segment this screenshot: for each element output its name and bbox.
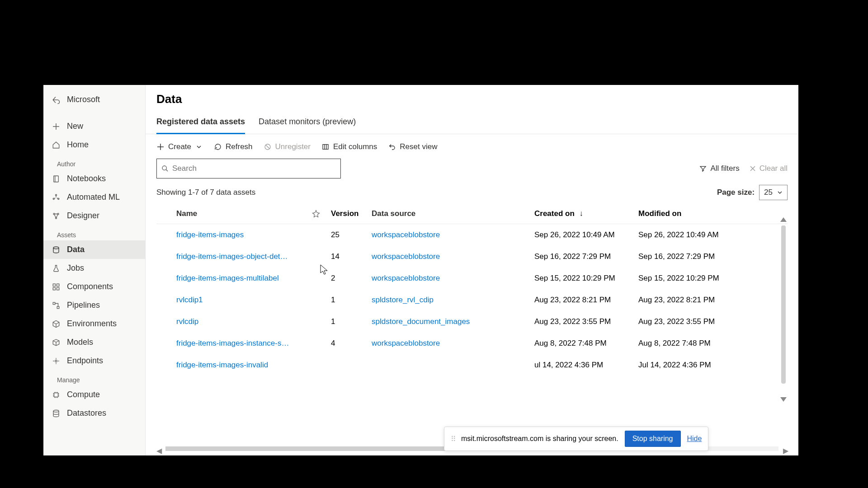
svg-point-16 — [53, 410, 59, 412]
row-name-link[interactable]: rvlcdip — [176, 317, 312, 326]
clear-all-button[interactable]: Clear all — [750, 164, 788, 173]
sidebar-compute[interactable]: Compute — [43, 385, 145, 404]
plus-icon — [156, 143, 165, 151]
column-modified[interactable]: Modified on — [638, 209, 742, 218]
column-name[interactable]: Name — [176, 209, 312, 218]
column-created[interactable]: Created on ↓ — [534, 209, 638, 218]
refresh-icon — [214, 143, 222, 151]
sidebar-endpoints[interactable]: Endpoints — [43, 352, 145, 370]
drag-handle-icon[interactable]: ⠿ — [451, 435, 455, 443]
button-label: Edit columns — [333, 142, 377, 151]
row-created: Aug 23, 2022 3:55 PM — [534, 317, 638, 326]
row-name-link[interactable]: fridge-items-images-object-det… — [176, 252, 312, 261]
svg-rect-18 — [323, 145, 328, 150]
search-input[interactable] — [172, 164, 336, 173]
sidebar-item-label: Designer — [67, 211, 99, 221]
flask-icon — [52, 264, 61, 273]
row-name-link[interactable]: rvlcdip1 — [176, 296, 312, 305]
sidebar-pipelines[interactable]: Pipelines — [43, 296, 145, 314]
row-datasource-link[interactable]: workspaceblobstore — [372, 339, 534, 348]
button-label: Create — [168, 142, 191, 151]
row-datasource-link[interactable]: spldstore_document_images — [372, 317, 534, 326]
sidebar-item-label: Compute — [67, 390, 100, 399]
svg-point-3 — [58, 198, 59, 199]
search-box[interactable] — [156, 159, 341, 178]
svg-rect-11 — [57, 287, 59, 290]
all-filters-button[interactable]: All filters — [699, 164, 739, 173]
row-modified: Sep 26, 2022 10:49 AM — [638, 230, 742, 239]
sidebar-automated-ml[interactable]: Automated ML — [43, 188, 145, 206]
edit-columns-button[interactable]: Edit columns — [321, 142, 377, 151]
sidebar-components[interactable]: Components — [43, 277, 145, 296]
table-row[interactable]: fridge-items-images-invalidul 14, 2022 4… — [156, 354, 788, 376]
row-name-link[interactable]: fridge-items-images — [176, 230, 312, 239]
create-button[interactable]: Create — [156, 142, 203, 151]
row-modified: Sep 15, 2022 10:29 PM — [638, 274, 742, 283]
row-datasource-link[interactable]: workspaceblobstore — [372, 230, 534, 239]
reset-icon — [388, 143, 396, 151]
sidebar-home[interactable]: Home — [43, 136, 145, 154]
table-row[interactable]: rvlcdip1spldstore_document_imagesAug 23,… — [156, 311, 788, 333]
row-version: 25 — [331, 230, 372, 239]
svg-point-19 — [162, 166, 166, 170]
page-size-select[interactable]: 25 — [759, 185, 788, 200]
sidebar-group-author: Author — [43, 154, 145, 169]
sort-descending-icon: ↓ — [580, 209, 584, 218]
svg-rect-12 — [53, 302, 55, 305]
reset-view-button[interactable]: Reset view — [388, 142, 437, 151]
sidebar-notebooks[interactable]: Notebooks — [43, 169, 145, 188]
sidebar-item-label: Notebooks — [67, 174, 106, 183]
stop-sharing-button[interactable]: Stop sharing — [625, 431, 681, 447]
row-name-link[interactable]: fridge-items-images-instance-s… — [176, 339, 312, 348]
sidebar-item-label: Models — [67, 338, 93, 347]
refresh-button[interactable]: Refresh — [214, 142, 253, 151]
filter-icon — [699, 165, 707, 172]
sidebar-datastores[interactable]: Datastores — [43, 404, 145, 422]
column-favorite[interactable] — [312, 210, 331, 218]
row-name-link[interactable]: fridge-items-images-invalid — [176, 361, 312, 370]
scroll-right-icon[interactable]: ▶ — [783, 446, 788, 451]
sidebar-models[interactable]: Models — [43, 333, 145, 352]
sidebar-new[interactable]: New — [43, 117, 145, 136]
table-row[interactable]: fridge-items-images-instance-s…4workspac… — [156, 333, 788, 354]
scroll-left-icon[interactable]: ◀ — [156, 446, 161, 451]
database-icon — [52, 409, 61, 418]
svg-point-2 — [53, 198, 54, 199]
table-row[interactable]: fridge-items-images-object-det…14workspa… — [156, 246, 788, 267]
column-version[interactable]: Version — [331, 209, 372, 218]
tab-dataset-monitors[interactable]: Dataset monitors (preview) — [259, 113, 356, 134]
table-row[interactable]: fridge-items-images25workspaceblobstoreS… — [156, 224, 788, 246]
sidebar: Microsoft New Home Author Notebooks Auto… — [43, 85, 146, 455]
row-modified: Jul 14, 2022 4:36 PM — [638, 361, 742, 370]
row-datasource-link[interactable]: workspaceblobstore — [372, 252, 534, 261]
row-datasource-link[interactable]: spldstore_rvl_cdip — [372, 296, 534, 305]
row-modified: Aug 8, 2022 7:48 PM — [638, 339, 742, 348]
sidebar-designer[interactable]: Designer — [43, 206, 145, 225]
page-size-value: 25 — [764, 188, 773, 197]
row-name-link[interactable]: fridge-items-images-multilabel — [176, 274, 312, 283]
row-datasource-link[interactable]: workspaceblobstore — [372, 274, 534, 283]
sidebar-item-label: New — [67, 122, 83, 131]
row-version: 1 — [331, 317, 372, 326]
table-row[interactable]: fridge-items-images-multilabel2workspace… — [156, 267, 788, 289]
svg-rect-8 — [53, 284, 55, 286]
search-icon — [161, 165, 169, 172]
hide-link[interactable]: Hide — [687, 435, 702, 443]
row-created: Sep 15, 2022 10:29 PM — [534, 274, 638, 283]
cursor-icon — [320, 264, 328, 275]
svg-point-1 — [56, 194, 57, 196]
sidebar-environments[interactable]: Environments — [43, 314, 145, 333]
chevron-down-icon — [195, 143, 203, 151]
tab-registered-data-assets[interactable]: Registered data assets — [156, 113, 245, 134]
sidebar-data[interactable]: Data — [43, 240, 145, 259]
tabs: Registered data assets Dataset monitors … — [146, 110, 798, 134]
sidebar-jobs[interactable]: Jobs — [43, 259, 145, 277]
workspace-switcher[interactable]: Microsoft — [43, 90, 145, 109]
vertical-scrollbar[interactable] — [781, 225, 786, 384]
column-datasource[interactable]: Data source — [372, 209, 534, 218]
table-row[interactable]: rvlcdip11spldstore_rvl_cdipAug 23, 2022 … — [156, 289, 788, 311]
toolbar: Create Refresh Unregister Edit columns R… — [146, 134, 798, 151]
svg-rect-9 — [57, 284, 59, 286]
unregister-button: Unregister — [264, 142, 311, 151]
sidebar-item-label: Jobs — [67, 263, 84, 273]
